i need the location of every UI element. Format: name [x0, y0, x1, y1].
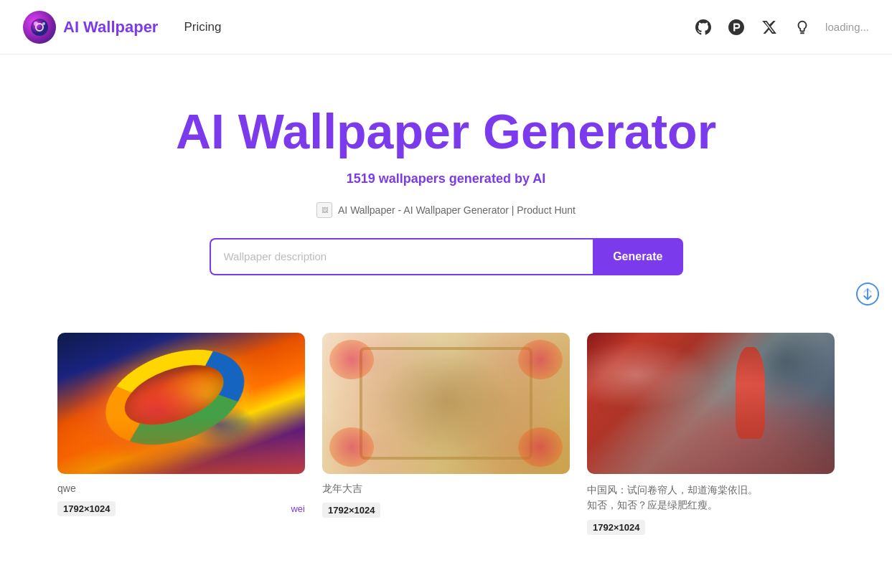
x-twitter-icon[interactable] [759, 17, 779, 37]
gallery-size-1: 1792×1024 [322, 503, 380, 518]
gallery-section: qwe 1792×1024 wei 龙年大吉 1792×1024 中国风：试问卷… [0, 311, 892, 535]
hero-subtitle-text: wallpapers generated by AI [375, 171, 545, 186]
ph-text: AI Wallpaper - AI Wallpaper Generator | … [338, 204, 576, 216]
hero-subtitle: 1519 wallpapers generated by AI [14, 171, 878, 186]
logo-icon [23, 11, 56, 44]
logo-text: AI Wallpaper [63, 18, 158, 37]
github-icon[interactable] [693, 17, 713, 37]
gallery-item-0[interactable]: qwe 1792×1024 wei [57, 333, 305, 535]
search-input[interactable] [210, 238, 593, 275]
gallery-meta-2: 1792×1024 [587, 516, 835, 535]
product-hunt-badge: 🖼 AI Wallpaper - AI Wallpaper Generator … [14, 202, 878, 218]
bulb-icon[interactable] [792, 17, 812, 37]
gallery-item-2[interactable]: 中国风：试问卷帘人，却道海棠依旧。 知否，知否？应是绿肥红瘦。 1792×102… [587, 333, 835, 535]
gallery-thumb-0 [57, 333, 305, 474]
wallpaper-count: 1519 [347, 171, 375, 186]
producthunt-icon[interactable] [726, 17, 746, 37]
gallery-thumb-1 [322, 333, 570, 474]
search-row: Generate [210, 238, 683, 275]
wp2-center [378, 354, 515, 452]
gallery-label-2: 中国风：试问卷帘人，却道海棠依旧。 知否，知否？应是绿肥红瘦。 [587, 474, 835, 516]
svg-point-2 [34, 22, 38, 26]
gallery-thumb-2 [587, 333, 835, 474]
wp3-flowers [587, 397, 835, 474]
svg-point-3 [42, 22, 45, 25]
gallery-label-1: 龙年大吉 [322, 474, 570, 498]
gallery-meta-0: 1792×1024 wei [57, 497, 305, 516]
gallery-meta-1: 1792×1024 [322, 498, 570, 518]
gallery-item-1[interactable]: 龙年大吉 1792×1024 [322, 333, 570, 535]
svg-point-0 [31, 19, 48, 36]
wp1-cloud [57, 417, 305, 474]
logo-svg [29, 17, 50, 37]
hero-title: AI Wallpaper Generator [14, 105, 878, 158]
hero-section: AI Wallpaper Generator 1519 wallpapers g… [0, 54, 892, 311]
gallery-label-0: qwe [57, 474, 305, 497]
generate-button[interactable]: Generate [593, 238, 682, 275]
navbar: AI Wallpaper Pricing loading... [0, 0, 892, 54]
gallery-size-2: 1792×1024 [587, 520, 645, 535]
ph-image: 🖼 [316, 202, 332, 218]
pricing-link[interactable]: Pricing [184, 20, 221, 34]
scroll-icon[interactable] [856, 283, 879, 305]
gallery-size-0: 1792×1024 [57, 501, 116, 516]
nav-right: loading... [693, 17, 869, 37]
loading-text: loading... [825, 21, 869, 33]
gallery-user-0: wei [291, 503, 305, 514]
logo-link[interactable]: AI Wallpaper [23, 11, 158, 44]
